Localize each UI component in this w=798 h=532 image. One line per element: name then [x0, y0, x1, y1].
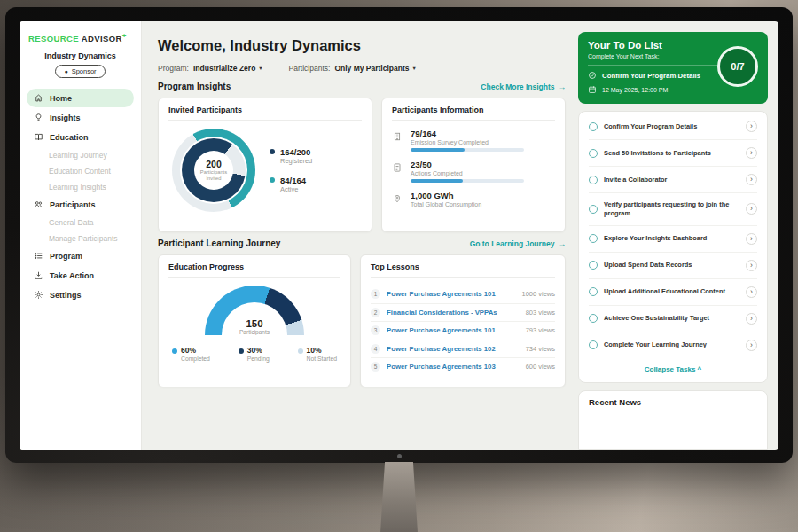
todo-next-task[interactable]: Confirm Your Program Details [588, 65, 721, 81]
task-checkbox[interactable] [589, 340, 598, 349]
sidebar-item-label: Program [50, 252, 82, 261]
lesson-link[interactable]: Power Purchase Agreements 102 [387, 345, 520, 353]
app-logo: RESOURCE ADVISOR+ [27, 30, 134, 51]
arrow-right-icon: → [559, 239, 567, 248]
lesson-row[interactable]: 4 Power Purchase Agreements 102 734 view… [371, 340, 555, 359]
sidebar-item-settings[interactable]: Settings [27, 286, 134, 304]
program-dropdown[interactable]: Program: Industrialize Zero ▾ [158, 64, 262, 73]
program-dropdown-label: Program: [158, 64, 189, 73]
lesson-link[interactable]: Power Purchase Agreements 101 [387, 290, 515, 298]
stat-value: 23/50 [411, 160, 524, 169]
sidebar-item-general-data[interactable]: General Data [27, 215, 134, 230]
todo-task-list: Confirm Your Program Details › Send 50 I… [578, 111, 768, 383]
chevron-right-icon[interactable]: › [746, 313, 757, 325]
task-row[interactable]: Invite a Collaborator › [589, 167, 757, 193]
task-checkbox[interactable] [589, 176, 598, 184]
task-row[interactable]: Upload Spend Data Records › [589, 253, 757, 279]
lightbulb-icon [33, 113, 43, 123]
lesson-row[interactable]: 3 Power Purchase Agreements 101 793 view… [371, 322, 555, 340]
chevron-right-icon[interactable]: › [746, 233, 757, 245]
task-checkbox[interactable] [589, 205, 598, 214]
task-row[interactable]: Upload Additional Educational Content › [589, 279, 757, 306]
task-checkbox[interactable] [589, 234, 598, 243]
sidebar-item-take-action[interactable]: Take Action [27, 266, 134, 285]
lesson-row[interactable]: 2 Financial Considerations - VPPAs 803 v… [371, 304, 555, 323]
section-title-program-insights: Program Insights [158, 82, 231, 91]
sidebar-item-learning-journey[interactable]: Learning Journey [27, 147, 134, 162]
task-label: Upload Spend Data Records [604, 261, 739, 270]
task-row[interactable]: Verify participants requesting to join t… [589, 193, 757, 226]
chevron-right-icon[interactable]: › [746, 260, 757, 271]
sidebar-item-learning-insights[interactable]: Learning Insights [27, 179, 134, 194]
legend-value: 84/164 [280, 176, 306, 185]
task-row[interactable]: Explore Your Insights Dashboard › [589, 226, 757, 253]
sidebar-item-education[interactable]: Education [27, 128, 134, 146]
sidebar-item-program[interactable]: Program [27, 246, 134, 265]
lesson-link[interactable]: Financial Considerations - VPPAs [387, 309, 520, 317]
stat-value: 79/164 [411, 129, 524, 138]
task-checkbox[interactable] [589, 122, 598, 131]
chevron-right-icon[interactable]: › [746, 286, 757, 298]
sidebar-item-participants[interactable]: Participants [27, 195, 134, 214]
people-icon [33, 200, 43, 210]
lesson-row[interactable]: 5 Power Purchase Agreements 103 600 view… [371, 358, 555, 376]
chevron-right-icon[interactable]: › [746, 174, 757, 185]
checklist-icon [392, 160, 403, 172]
sidebar-item-home[interactable]: Home [27, 89, 134, 107]
task-checkbox[interactable] [589, 314, 598, 323]
link-label: Check More Insights [481, 82, 554, 91]
section-title-learning-journey: Participant Learning Journey [158, 239, 280, 248]
todo-progress-ring: 0/7 [717, 46, 758, 87]
task-label: Confirm Your Program Details [604, 122, 739, 131]
task-row[interactable]: Confirm Your Program Details › [589, 113, 757, 140]
todo-due-date: 12 May 2025, 12:00 PM [588, 85, 758, 95]
calendar-icon [588, 85, 598, 95]
sponsor-icon: ● [64, 68, 67, 74]
learning-journey-header: Participant Learning Journey Go to Learn… [158, 239, 566, 248]
navy-dot-icon [270, 149, 275, 154]
sidebar-item-insights[interactable]: Insights [27, 108, 134, 127]
sidebar-item-label: Insights [50, 113, 81, 122]
collapse-tasks-link[interactable]: Collapse Tasks ^ [589, 358, 757, 380]
task-checkbox[interactable] [589, 149, 598, 158]
lesson-link[interactable]: Power Purchase Agreements 101 [387, 326, 520, 334]
check-more-insights-link[interactable]: Check More Insights → [481, 82, 566, 91]
sidebar-item-manage-participants[interactable]: Manage Participants [27, 231, 134, 246]
top-lessons-card: Top Lessons 1 Power Purchase Agreements … [360, 254, 566, 387]
chevron-right-icon[interactable]: › [746, 340, 757, 351]
participants-dropdown-value: Only My Participants [334, 64, 409, 73]
education-progress-card: Education Progress 150 Participants [158, 254, 351, 387]
sidebar-item-label: Participants [50, 200, 96, 209]
sponsor-badge[interactable]: ● Sponsor [55, 65, 105, 78]
lesson-rank: 2 [371, 308, 380, 317]
task-row[interactable]: Complete Your Learning Journey › [589, 332, 757, 358]
lesson-row[interactable]: 1 Power Purchase Agreements 101 1000 vie… [371, 286, 555, 304]
task-row[interactable]: Send 50 Invitations to Participants › [589, 140, 757, 167]
lesson-views: 793 views [526, 326, 555, 334]
todo-progress-value: 0/7 [731, 61, 744, 72]
lesson-link[interactable]: Power Purchase Agreements 103 [387, 363, 520, 371]
participants-information-card: Participants Information 79/164 Emission… [381, 98, 566, 232]
legend-active: 84/164 Active [270, 176, 312, 193]
chevron-right-icon[interactable]: › [746, 147, 757, 159]
todo-due-label: 12 May 2025, 12:00 PM [602, 87, 668, 93]
task-checkbox[interactable] [589, 287, 598, 296]
task-checkbox[interactable] [589, 261, 598, 270]
sidebar-item-label: Education Content [49, 167, 111, 176]
sidebar-item-label: Settings [50, 291, 82, 300]
education-legend: 60% Completed 30% Pending 10% Not Starte… [168, 346, 340, 362]
task-row[interactable]: Achieve One Sustainability Target › [589, 306, 757, 332]
lesson-views: 803 views [526, 309, 555, 317]
logo-primary: RESOURCE [28, 34, 79, 43]
main-content: Welcome, Industry Dynamics Program: Indu… [142, 21, 578, 450]
check-circle-icon [588, 71, 598, 81]
sidebar-item-education-content[interactable]: Education Content [27, 163, 134, 178]
participants-dropdown[interactable]: Participants: Only My Participants ▾ [289, 64, 416, 73]
chevron-right-icon[interactable]: › [746, 203, 757, 215]
monitor-bezel: RESOURCE ADVISOR+ Industry Dynamics ● Sp… [5, 7, 793, 463]
todo-summary-card: Your To Do List Complete Your Next Task:… [578, 32, 768, 104]
go-to-learning-journey-link[interactable]: Go to Learning Journey → [470, 239, 566, 248]
program-insights-header: Program Insights Check More Insights → [158, 82, 566, 91]
task-label: Invite a Collaborator [604, 176, 739, 184]
chevron-right-icon[interactable]: › [746, 121, 757, 132]
